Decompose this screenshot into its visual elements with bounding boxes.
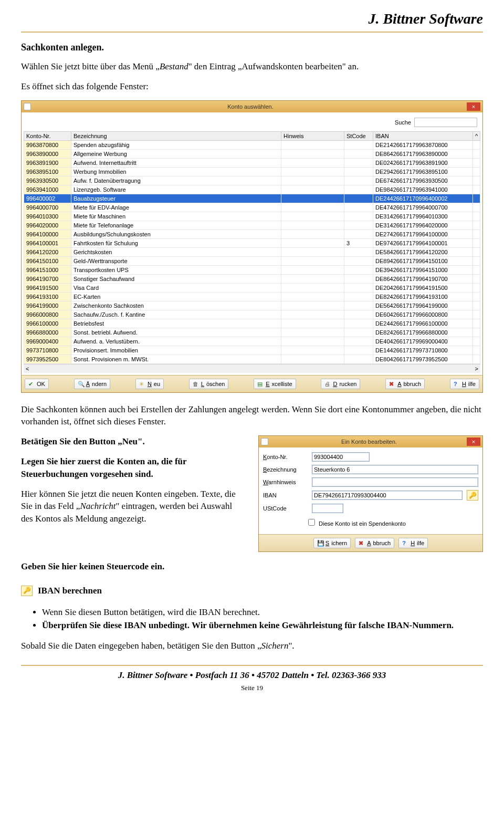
grid-cell: 9964191500 [24, 283, 71, 292]
p-hier: Hier können Sie jetzt die neuen Konten e… [21, 488, 246, 525]
grid-scrollbar[interactable]: <> [24, 364, 480, 373]
label-ust: UStCode [263, 505, 308, 512]
abbruch-button-2[interactable]: ✖Abbruch [355, 538, 394, 548]
close-icon[interactable]: × [467, 102, 480, 111]
grid-cell [281, 158, 344, 167]
grid-cell [473, 274, 480, 283]
grid-cell [344, 185, 373, 194]
table-row[interactable]: 9973710800Provisionsert. ImmobilienDE144… [24, 346, 480, 355]
grid-cell [344, 167, 373, 176]
page-header: J. Bittner Software [21, 11, 483, 33]
search-row: Suche [24, 114, 480, 131]
hilfe-button[interactable]: ?Hilfe [450, 379, 479, 389]
table-row[interactable]: 9973952500Sonst. Provisionen m. MWSt.DE8… [24, 355, 480, 363]
abbruch-button[interactable]: ✖Abbruch [385, 379, 425, 389]
grid-header[interactable]: Konto-Nr. [24, 131, 71, 140]
table-row[interactable]: 9964000700Miete für EDV-AnlageDE47426617… [24, 203, 480, 212]
input-ust[interactable] [312, 504, 343, 513]
grid-cell [473, 346, 480, 355]
window-titlebar[interactable]: Konto auswählen. × [22, 101, 482, 112]
neu-button[interactable]: ✳Neu [135, 379, 164, 389]
loeschen-button[interactable]: 🗑Löschen [189, 379, 229, 389]
table-row[interactable]: 9963930500Aufw. f. DatenübertragungDE674… [24, 176, 480, 185]
iban-heading-row: 🔑 IBAN berechnen [21, 586, 102, 596]
search-input[interactable] [414, 118, 477, 127]
grid-cell [344, 212, 373, 221]
account-grid[interactable]: Konto-Nr.BezeichnungHinweisStCodeIBAN^ 9… [24, 131, 480, 364]
table-row[interactable]: 9964100001Fahrtkosten für Schulung3DE974… [24, 238, 480, 247]
table-row[interactable]: 9964193100EC-KartenDE8242661717996419310… [24, 292, 480, 301]
intro-paragraph: Wählen Sie jetzt bitte über das Menü „Be… [21, 60, 483, 73]
window-icon [24, 103, 31, 110]
input-warn[interactable] [312, 477, 478, 487]
excelliste-button[interactable]: ▤Excelliste [254, 379, 296, 389]
grid-cell [344, 256, 373, 265]
table-row[interactable]: 9969000400Aufwend. a. Verlustübern.DE404… [24, 337, 480, 346]
table-row[interactable]: 9964100000Ausbildungs/SchulungskostenDE2… [24, 230, 480, 238]
iban-calc-button[interactable]: 🔑 [467, 490, 478, 501]
input-iban[interactable] [312, 491, 463, 500]
grid-cell [344, 283, 373, 292]
table-row[interactable]: 9963895100Werbung ImmobilienDE2942661717… [24, 167, 480, 176]
grid-cell [473, 230, 480, 238]
grid-cell: 9964100001 [24, 238, 71, 247]
grid-cell: DE86426617179963890000 [373, 149, 473, 158]
grid-cell: DE89426617179964150100 [373, 256, 473, 265]
table-row[interactable]: 9964120200GerichtskostenDE58426617179964… [24, 247, 480, 256]
grid-cell [281, 337, 344, 346]
grid-header[interactable]: IBAN [373, 131, 473, 140]
drucken-button[interactable]: 🖨Drucken [321, 379, 360, 389]
grid-cell [344, 149, 373, 158]
table-row[interactable]: 9964150100Geld-/WerttransporteDE89426617… [24, 256, 480, 265]
table-row[interactable]: 996400002BauabzugsteuerDE244266171709964… [24, 194, 480, 203]
table-row[interactable]: 9966880000Sonst. betriebl. Aufwend.DE824… [24, 328, 480, 337]
window2-titlebar[interactable]: Ein Konto bearbeiten. × [259, 436, 482, 447]
table-row[interactable]: 9964151000Transportkosten UPSDE394266171… [24, 265, 480, 274]
grid-cell: 9964150100 [24, 256, 71, 265]
aendern-label: ndern [92, 381, 107, 387]
grid-cell [344, 176, 373, 185]
grid-cell [473, 337, 480, 346]
input-konto[interactable] [312, 452, 370, 462]
grid-header[interactable]: Bezeichnung [71, 131, 281, 140]
close-icon[interactable]: × [467, 437, 480, 446]
grid-cell: 9964120200 [24, 247, 71, 256]
grid-cell: 9964199000 [24, 301, 71, 310]
spendenkonto-checkbox[interactable] [308, 519, 315, 526]
grid-cell: 9963870800 [24, 140, 71, 149]
grid-cell: EC-Karten [71, 292, 281, 301]
sichern-button[interactable]: 💾Sichern [313, 538, 351, 548]
aendern-button[interactable]: 🔍Ändern [74, 379, 110, 389]
grid-cell [473, 203, 480, 212]
table-row[interactable]: 9963890000Allgemeine WerbungDE8642661717… [24, 149, 480, 158]
table-row[interactable]: 9963870800Spenden abzugsfähigDE214266171… [24, 140, 480, 149]
grid-cell [344, 247, 373, 256]
grid-cell [281, 292, 344, 301]
grid-cell [473, 310, 480, 319]
grid-cell [281, 247, 344, 256]
grid-cell [473, 212, 480, 221]
key-icon: 🔑 [469, 492, 477, 499]
ok-label: OK [37, 381, 45, 387]
grid-cell [344, 355, 373, 363]
ok-button[interactable]: ✔OK [25, 379, 49, 389]
grid-cell [281, 230, 344, 238]
table-row[interactable]: 9966000800Sachaufw./Zusch. f. KantineDE6… [24, 310, 480, 319]
table-row[interactable]: 9963891900Aufwend. InternettauftrittDE02… [24, 158, 480, 167]
hilfe-button-2[interactable]: ?Hilfe [398, 538, 428, 548]
table-row[interactable]: 9964199000Zwischenkonto SachkostenDE5642… [24, 301, 480, 310]
table-row[interactable]: 9964010300Miete für MaschinenDE314266171… [24, 212, 480, 221]
iban-heading: IBAN berechnen [38, 586, 102, 596]
grid-cell: DE24426617170996400002 [373, 194, 473, 203]
grid-header[interactable]: Hinweis [281, 131, 344, 140]
grid-header[interactable]: StCode [344, 131, 373, 140]
table-row[interactable]: 9964190700Sonstiger SachaufwandDE8642661… [24, 274, 480, 283]
table-row[interactable]: 9964020000Miete für TelefonanlageDE31426… [24, 221, 480, 230]
input-bez[interactable] [312, 465, 478, 474]
table-row[interactable]: 9963941000Lizenzgeb. SoftwareDE984266171… [24, 185, 480, 194]
table-row[interactable]: 9964191500Visa CardDE2042661717996419150… [24, 283, 480, 292]
grid-cell [344, 221, 373, 230]
grid-cell [473, 328, 480, 337]
scroll-up-icon[interactable]: ^ [473, 131, 480, 140]
table-row[interactable]: 9966100000BetriebsfestDE2442661717996610… [24, 319, 480, 328]
